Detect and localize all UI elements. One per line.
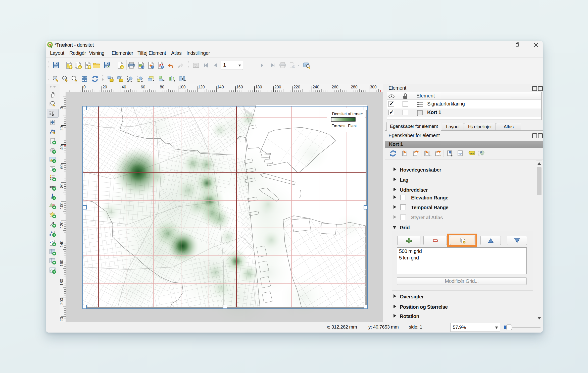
svg-text:220: 220 xyxy=(293,85,300,89)
svg-text:160: 160 xyxy=(236,85,243,89)
svg-text:40: 40 xyxy=(60,145,64,150)
svg-text:80: 80 xyxy=(160,85,164,89)
svg-text:200: 200 xyxy=(274,85,281,89)
svg-text:80: 80 xyxy=(60,183,64,188)
svg-text:140: 140 xyxy=(217,85,224,89)
svg-text:280: 280 xyxy=(351,85,358,89)
svg-text:60: 60 xyxy=(141,85,145,89)
svg-text:20: 20 xyxy=(60,126,64,131)
svg-text:300: 300 xyxy=(370,85,377,89)
svg-text:120: 120 xyxy=(198,85,205,89)
svg-text:240: 240 xyxy=(313,85,319,89)
svg-text:abc: abc xyxy=(470,152,474,154)
svg-text:0: 0 xyxy=(60,107,64,109)
svg-text:200: 200 xyxy=(60,298,64,305)
svg-text:60: 60 xyxy=(60,164,64,169)
svg-text:1:23: 1:23 xyxy=(427,154,431,156)
svg-text:100: 100 xyxy=(179,85,186,89)
svg-text:1:23: 1:23 xyxy=(437,154,441,157)
svg-text:160: 160 xyxy=(60,260,64,267)
svg-text:180: 180 xyxy=(255,85,262,89)
svg-text:40: 40 xyxy=(122,85,126,89)
svg-text:140: 140 xyxy=(60,241,64,247)
svg-text:100: 100 xyxy=(60,202,64,209)
svg-text:260: 260 xyxy=(332,85,338,89)
svg-text:120: 120 xyxy=(60,222,64,228)
svg-text:0: 0 xyxy=(83,85,86,89)
svg-text:20: 20 xyxy=(103,85,107,89)
svg-text:180: 180 xyxy=(60,279,64,286)
svg-text:1:1: 1:1 xyxy=(72,77,76,80)
